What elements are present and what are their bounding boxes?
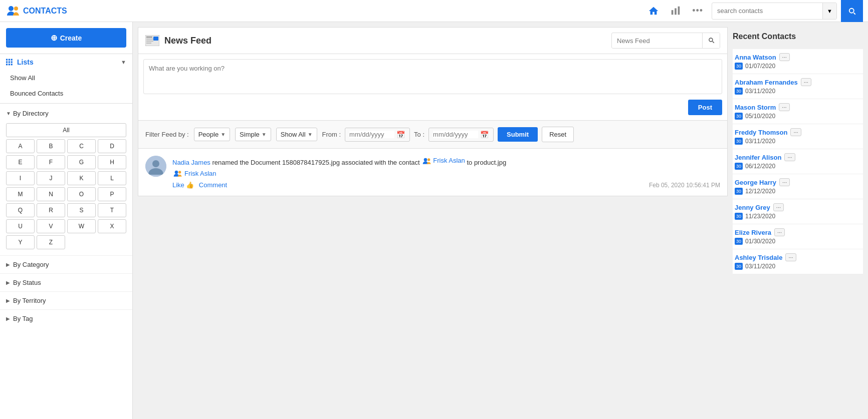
rc-calendar-icon: 30: [735, 88, 743, 95]
rc-name[interactable]: Jenny Grey: [735, 204, 770, 211]
svg-rect-17: [146, 41, 153, 42]
sidebar-item-by-territory[interactable]: ▶ By Territory: [0, 291, 132, 309]
rc-options-button[interactable]: ···: [773, 203, 784, 211]
rc-name[interactable]: George Harry: [735, 179, 776, 186]
alpha-btn-e[interactable]: E: [6, 155, 35, 169]
alpha-btn-j[interactable]: J: [37, 171, 65, 185]
alpha-btn-z[interactable]: Z: [37, 235, 65, 249]
filter-reset-button[interactable]: Reset: [542, 127, 574, 142]
sidebar-item-by-category[interactable]: ▶ By Category: [0, 255, 132, 273]
create-label: Create: [60, 34, 82, 42]
search-dropdown-button[interactable]: ▼: [822, 3, 836, 19]
rc-name[interactable]: Mason Storm: [735, 104, 776, 111]
home-button[interactable]: [643, 1, 664, 21]
rc-options-button[interactable]: ···: [779, 53, 790, 61]
rc-name[interactable]: Anna Watson: [735, 54, 776, 61]
sidebar-item-by-tag[interactable]: ▶ By Tag: [0, 309, 132, 327]
rc-options-button[interactable]: ···: [779, 103, 789, 111]
from-calendar-icon[interactable]: 📅: [396, 131, 405, 139]
rc-options-button[interactable]: ···: [779, 178, 790, 186]
chart-button[interactable]: [666, 1, 686, 21]
post-textarea[interactable]: [143, 59, 722, 94]
alpha-btn-y[interactable]: Y: [6, 235, 35, 249]
from-date-field[interactable]: [349, 131, 394, 138]
feed-item: Nadia James renamed the Document 1580878…: [138, 149, 728, 196]
alpha-btn-l[interactable]: L: [98, 171, 126, 185]
feed-contact2-link[interactable]: Frisk Aslan: [184, 170, 216, 177]
alpha-btn-f[interactable]: F: [37, 155, 65, 169]
alpha-btn-n[interactable]: N: [37, 187, 65, 201]
rc-options-button[interactable]: ···: [790, 128, 801, 136]
rc-name-row: Mason Storm ···: [735, 103, 861, 111]
filter-submit-button[interactable]: Submit: [498, 127, 538, 142]
alpha-btn-w[interactable]: W: [67, 219, 96, 233]
filter-people-dropdown[interactable]: People ▼: [194, 128, 230, 141]
alpha-btn-q[interactable]: Q: [6, 203, 35, 217]
alpha-btn-all[interactable]: All: [6, 123, 126, 137]
newsfeed-search-button[interactable]: [702, 33, 720, 48]
recent-contacts-panel: Recent Contacts Anna Watson ··· 30 01/07…: [733, 27, 863, 414]
rc-name[interactable]: Ashley Trisdale: [735, 254, 782, 261]
alpha-btn-v[interactable]: V: [37, 219, 65, 233]
svg-rect-6: [9, 59, 10, 61]
feed-contact1-link[interactable]: Frisk Aslan: [433, 156, 465, 166]
alpha-btn-m[interactable]: M: [6, 187, 35, 201]
rc-name[interactable]: Freddy Thomson: [735, 129, 787, 136]
svg-rect-16: [146, 39, 154, 40]
filter-show-all-label: Show All: [281, 131, 306, 138]
search-go-button[interactable]: [841, 0, 863, 22]
alpha-btn-b[interactable]: B: [37, 139, 65, 153]
filter-simple-dropdown[interactable]: Simple ▼: [235, 128, 271, 141]
alpha-btn-o[interactable]: O: [67, 187, 96, 201]
alpha-btn-h[interactable]: H: [98, 155, 126, 169]
alpha-btn-a[interactable]: A: [6, 139, 35, 153]
rc-options-button[interactable]: ···: [784, 153, 795, 161]
sidebar-item-by-status[interactable]: ▶ By Status: [0, 273, 132, 291]
alpha-btn-t[interactable]: T: [98, 203, 126, 217]
lists-header[interactable]: Lists ▼: [0, 54, 132, 70]
from-date-input[interactable]: 📅: [345, 128, 410, 142]
alpha-btn-x[interactable]: X: [98, 219, 126, 233]
alpha-btn-r[interactable]: R: [37, 203, 65, 217]
topbar: CONTACTS ••• ▼: [0, 0, 868, 22]
rc-options-button[interactable]: ···: [785, 253, 796, 261]
like-link[interactable]: Like 👍: [172, 181, 194, 189]
app-title: CONTACTS: [23, 7, 67, 16]
recent-contact-item: Ashley Trisdale ··· 30 03/11/2020: [733, 249, 863, 274]
filter-show-all-dropdown[interactable]: Show All ▼: [276, 128, 317, 141]
feed-author-link[interactable]: Nadia James: [172, 159, 210, 166]
sidebar-item-bounced[interactable]: Bounced Contacts: [0, 86, 132, 101]
rc-options-button[interactable]: ···: [801, 78, 811, 86]
newsfeed-search-input[interactable]: [612, 34, 702, 48]
alpha-btn-s[interactable]: S: [67, 203, 96, 217]
rc-name[interactable]: Elize Rivera: [735, 229, 771, 236]
alpha-btn-c[interactable]: C: [67, 139, 96, 153]
like-label: Like: [172, 181, 184, 189]
rc-name[interactable]: Abraham Fernandes: [735, 79, 798, 86]
alpha-btn-u[interactable]: U: [6, 219, 35, 233]
alpha-btn-k[interactable]: K: [67, 171, 96, 185]
sidebar: ⊕ Create Lists ▼ Show All Bounced Contac…: [0, 22, 133, 419]
alpha-btn-g[interactable]: G: [67, 155, 96, 169]
simple-dropdown-arrow-icon: ▼: [262, 132, 267, 137]
post-button[interactable]: Post: [688, 100, 722, 115]
alpha-btn-d[interactable]: D: [98, 139, 126, 153]
filter-simple-label: Simple: [240, 131, 260, 138]
by-directory-toggle[interactable]: ▼ By Directory: [6, 110, 126, 117]
to-calendar-icon[interactable]: 📅: [480, 131, 489, 139]
rc-options-button[interactable]: ···: [774, 228, 785, 236]
rc-date: 03/11/2020: [745, 88, 775, 95]
search-input[interactable]: [712, 4, 822, 18]
tag-arrow-icon: ▶: [6, 316, 10, 321]
sidebar-item-show-all[interactable]: Show All: [0, 70, 132, 86]
rc-calendar-icon: 30: [735, 188, 743, 195]
alpha-btn-p[interactable]: P: [98, 187, 126, 201]
rc-name[interactable]: Jennifer Alison: [735, 154, 781, 161]
comment-link[interactable]: Comment: [199, 181, 227, 189]
more-button[interactable]: •••: [688, 1, 708, 21]
alpha-btn-i[interactable]: I: [6, 171, 35, 185]
more-dots-icon: •••: [692, 6, 703, 16]
to-date-field[interactable]: [433, 131, 478, 138]
create-button[interactable]: ⊕ Create: [6, 28, 126, 48]
to-date-input[interactable]: 📅: [428, 128, 494, 142]
